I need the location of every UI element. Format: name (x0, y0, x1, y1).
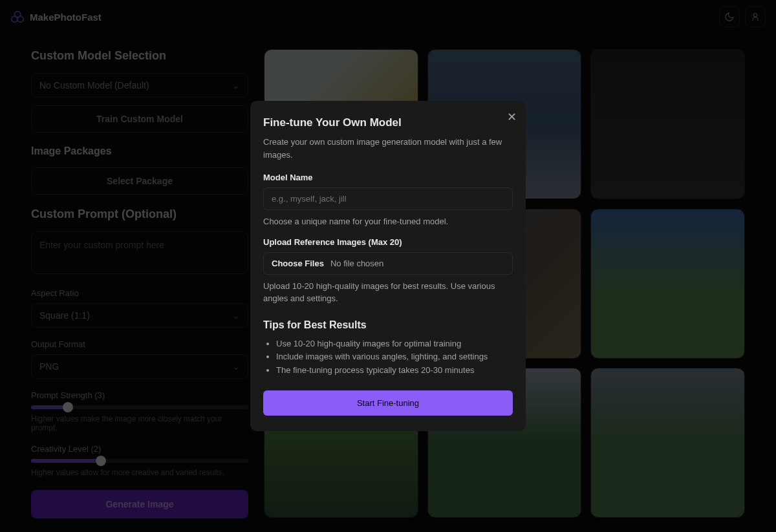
upload-help: Upload 10-20 high-quality images for bes… (263, 280, 513, 305)
close-icon: ✕ (507, 111, 517, 123)
tips-list: Use 10-20 high-quality images for optima… (263, 337, 513, 378)
modal-subtitle: Create your own custom image generation … (263, 136, 513, 161)
modal-title: Fine-tune Your Own Model (263, 116, 513, 129)
list-item: The fine-tuning process typically takes … (276, 364, 513, 378)
list-item: Include images with various angles, ligh… (276, 350, 513, 364)
choose-files-button[interactable]: Choose Files (272, 259, 324, 268)
modal-overlay[interactable]: ✕ Fine-tune Your Own Model Create your o… (0, 0, 776, 532)
model-name-input[interactable] (263, 187, 513, 210)
file-status: No file chosen (330, 259, 383, 268)
model-name-help: Choose a unique name for your fine-tuned… (263, 215, 513, 228)
close-button[interactable]: ✕ (507, 110, 517, 124)
list-item: Use 10-20 high-quality images for optima… (276, 337, 513, 351)
upload-label: Upload Reference Images (Max 20) (263, 237, 513, 247)
model-name-label: Model Name (263, 173, 513, 182)
finetune-modal: ✕ Fine-tune Your Own Model Create your o… (250, 101, 526, 431)
file-input[interactable]: Choose Files No file chosen (263, 252, 513, 275)
tips-title: Tips for Best Results (263, 319, 513, 331)
start-finetuning-button[interactable]: Start Fine-tuning (263, 390, 513, 416)
